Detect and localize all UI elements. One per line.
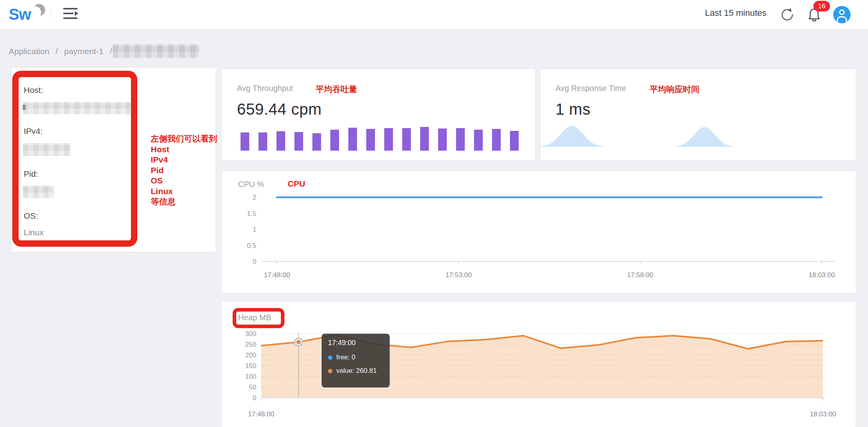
svg-text:17:53:00: 17:53:00 [445,271,472,279]
response-sparkline-chart[interactable] [540,120,743,148]
notification-count-badge: 16 [813,1,830,11]
svg-text:100: 100 [245,373,256,380]
svg-text:50: 50 [249,384,256,391]
breadcrumb-separator: / [56,47,58,56]
breadcrumb-application[interactable]: Application [9,47,49,56]
dashboard-page: Sw Last 15 minutes 16 [0,0,868,427]
cpu-line-chart[interactable]: 00.511.5217:48:0017:53:0017:58:0018:03:0… [222,171,855,293]
throughput-value: 659.44 cpm [237,100,322,118]
response-title: Avg Response Time [555,84,626,93]
svg-text:250: 250 [245,341,256,348]
svg-text:17:48:00: 17:48:00 [248,410,274,418]
throughput-title: Avg Throughput [237,84,293,93]
user-avatar[interactable] [833,6,851,23]
time-range-selector[interactable]: Last 15 minutes [705,8,766,18]
response-value: 1 ms [555,100,591,118]
annotation-response: 平均响应时间 [650,84,699,95]
svg-text:300: 300 [245,330,256,338]
logo-moon-cut [29,6,41,18]
breadcrumb-service[interactable]: payment-1 [64,47,103,56]
chart-tooltip: 17:49:00 free: 0 value: 260.81 [322,334,390,387]
annotation-note-text: 左侧我们可以看到 Host IPv4 Pid OS Linux 等信息 [151,134,217,207]
tooltip-time: 17:49:00 [328,339,383,347]
svg-text:1: 1 [253,226,256,233]
series-dot-value [328,369,332,373]
annotation-throughput: 平均吞吐量 [316,84,357,95]
annotation-red-frame [12,71,137,247]
svg-text:0: 0 [253,258,256,265]
topbar-divider [51,7,51,21]
svg-text:1.5: 1.5 [247,210,256,217]
svg-text:0.5: 0.5 [247,242,256,249]
svg-text:17:58:00: 17:58:00 [627,271,653,279]
svg-text:150: 150 [245,362,256,370]
svg-text:18:03:00: 18:03:00 [810,410,836,418]
tooltip-row-value: value: 260.81 [328,367,383,375]
svg-text:17:48:00: 17:48:00 [264,271,290,279]
svg-text:0: 0 [253,394,256,402]
logo-text: Sw [9,6,31,23]
throughput-bar-chart[interactable] [237,117,525,155]
tooltip-row-free: free: 0 [328,353,383,361]
breadcrumb: Application / payment-1 / [9,47,116,56]
avatar-person-icon [839,9,845,15]
breadcrumb-separator: / [110,47,112,56]
svg-text:18:03:00: 18:03:00 [809,271,835,279]
breadcrumb-redacted-segment [113,44,199,58]
skywalking-logo[interactable]: Sw [9,4,52,25]
series-dot-free [328,355,332,360]
sidebar-toggle-icon[interactable] [63,7,79,21]
heap-area-chart[interactable]: 05010015020025030017:48:0018:03:00 [222,302,855,427]
svg-text:200: 200 [245,351,256,359]
top-bar: Sw Last 15 minutes 16 [0,0,868,30]
svg-text:2: 2 [253,194,256,201]
refresh-icon[interactable] [779,6,796,23]
